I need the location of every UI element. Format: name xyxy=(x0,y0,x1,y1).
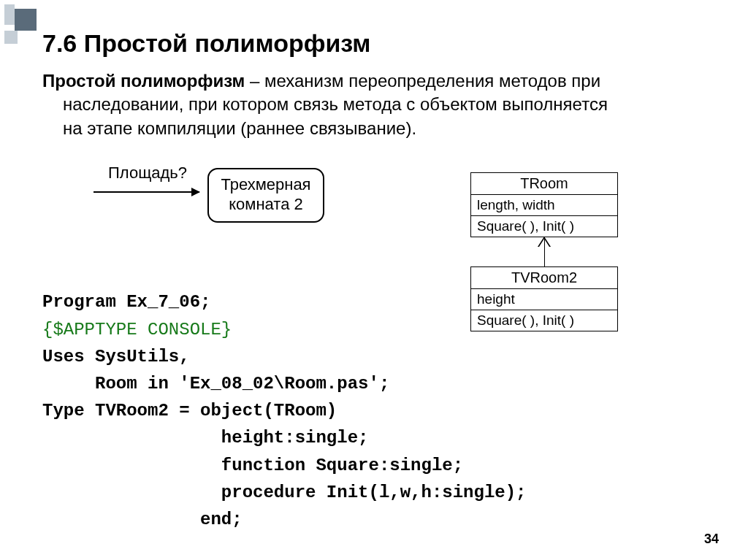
uml-class-operations: Square( ), Init( ) xyxy=(471,216,617,237)
room-box-line2: комната 2 xyxy=(213,195,318,214)
code-line: Room in 'Ex_08_02\Room.pas'; xyxy=(42,374,389,394)
code-line: Uses SysUtils, xyxy=(42,347,190,367)
definition-line3: на этапе компиляции (раннее связывание). xyxy=(42,117,719,140)
decor-square xyxy=(4,31,18,44)
slide-title: 7.6 Простой полиморфизм xyxy=(42,29,719,58)
decor-square xyxy=(15,9,37,31)
code-line: height:single; xyxy=(42,428,368,448)
diagram-question-label: Площадь? xyxy=(108,164,187,183)
uml-inheritance-arrow xyxy=(470,237,618,266)
definition-term: Простой полиморфизм xyxy=(42,71,245,91)
uml-class-name: TRoom xyxy=(471,173,617,195)
code-line: end; xyxy=(42,510,243,529)
code-line: Type TVRoom2 = object(TRoom) xyxy=(42,401,337,421)
code-line: procedure Init(l,w,h:single); xyxy=(42,483,527,502)
arrow-icon xyxy=(94,191,199,193)
definition-sep: – xyxy=(245,71,264,91)
uml-class-operations: Square( ), Init( ) xyxy=(471,310,617,331)
page-number: 34 xyxy=(704,532,719,547)
uml-class-tvroom2: TVRoom2 height Square( ), Init( ) xyxy=(470,266,618,331)
room-box-line1: Трехмерная xyxy=(213,175,318,194)
code-line: Program Ex_7_06; xyxy=(42,292,210,312)
definition-paragraph: Простой полиморфизм – механизм переопред… xyxy=(42,69,719,140)
code-line-directive: {$APPTYPE CONSOLE} xyxy=(42,320,232,340)
uml-class-name: TVRoom2 xyxy=(471,267,617,289)
uml-class-attributes: length, width xyxy=(471,195,617,216)
code-line: function Square:single; xyxy=(42,456,463,475)
uml-class-attributes: height xyxy=(471,289,617,310)
diagram-room-box: Трехмерная комната 2 xyxy=(207,168,324,223)
decor-square xyxy=(4,4,15,15)
uml-class-troom: TRoom length, width Square( ), Init( ) xyxy=(470,172,618,237)
uml-diagram: TRoom length, width Square( ), Init( ) T… xyxy=(470,172,618,331)
definition-line2: наследовании, при котором связь метода с… xyxy=(42,93,719,116)
definition-text: механизм переопределения методов при xyxy=(264,71,600,91)
decor-square xyxy=(4,15,15,25)
inheritance-line xyxy=(544,237,545,266)
